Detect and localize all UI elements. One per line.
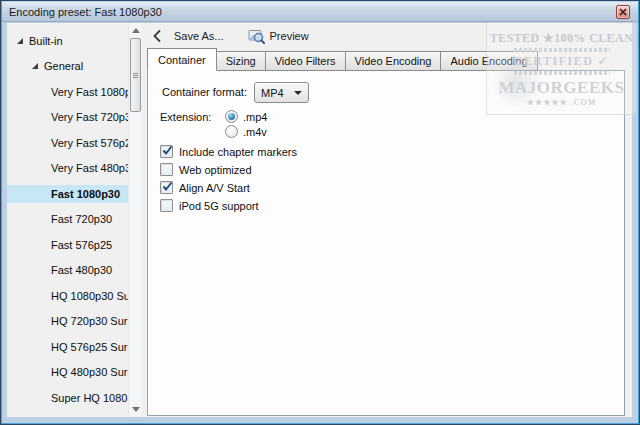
up-triangle-icon [132,28,140,33]
tree-item-fast-576p25[interactable]: Fast 576p25 [7,232,128,258]
container-format-label: Container format: [162,86,247,98]
tree-item-built-in[interactable]: Built-in [7,28,128,54]
checkbox-include-chapter-markers[interactable] [160,145,173,158]
toolbar: Save As... Preview [141,23,632,49]
tab-video-encoding[interactable]: Video Encoding [345,51,442,71]
checkbox-align-av-start-label[interactable]: Align A/V Start [179,182,250,194]
tab-audio-encoding[interactable]: Audio Encoding [440,51,537,71]
container-tab-panel: Container format: MP4 Extension: .mp4 .m… [147,70,625,416]
down-triangle-icon [132,407,140,412]
tree-item-label: Fast 1080p30 [51,188,120,200]
preview-button-label: Preview [270,30,309,42]
check-icon [161,180,174,193]
thumb-grip-icon [133,75,138,76]
tree-item-very-fast-576p25[interactable]: Very Fast 576p25 [7,130,128,156]
radio-m4v[interactable] [225,125,238,138]
tree-item-very-fast-720p30[interactable]: Very Fast 720p30 [7,105,128,131]
radio-mp4[interactable] [225,110,238,123]
radio-m4v-label[interactable]: .m4v [243,126,267,138]
tree-item-label: Fast 576p25 [51,239,112,251]
tree-item-very-fast-1080p30[interactable]: Very Fast 1080p3 [7,79,128,105]
tree-item-label: Very Fast 720p30 [51,111,128,123]
tree-item-label: HQ 720p30 Surro [51,315,128,327]
tree-item-label: Built-in [29,35,63,47]
tree-item-label: HQ 576p25 Surro [51,341,128,353]
tree-item-label: Very Fast 480p30 [51,162,128,174]
expander-open-icon[interactable] [17,38,23,44]
tree-item-label: Fast 480p30 [51,264,112,276]
tree-item-label: General [44,60,83,72]
checkbox-web-optimized-label[interactable]: Web optimized [179,164,252,176]
back-button[interactable] [149,27,165,45]
radio-mp4-label[interactable]: .mp4 [243,111,267,123]
preset-tree-sidebar: Built-in General Very Fast 1080p3 Very F… [7,23,141,417]
preset-tree: Built-in General Very Fast 1080p3 Very F… [7,23,128,417]
tab-sizing[interactable]: Sizing [216,51,266,71]
checkbox-web-optimized[interactable] [160,163,173,176]
tree-item-label: Fast 720p30 [51,213,112,225]
tree-item-hq-480p30-surround[interactable]: HQ 480p30 Surro [7,360,128,386]
tree-item-super-hq-1080p30[interactable]: Super HQ 1080p3 [7,385,128,411]
chevron-left-icon [152,29,162,43]
sidebar-scrollbar[interactable] [128,23,141,417]
magnifier-over-image-icon [248,28,265,44]
tree-item-general[interactable]: General [7,54,128,80]
tree-item-fast-1080p30-selected[interactable]: Fast 1080p30 [7,181,128,207]
window-title: Encoding preset: Fast 1080p30 [2,6,162,18]
tree-item-hq-1080p30-surround[interactable]: HQ 1080p30 Surr [7,283,128,309]
titlebar[interactable]: Encoding preset: Fast 1080p30 [2,2,638,22]
tree-item-fast-480p30[interactable]: Fast 480p30 [7,258,128,284]
tree-item-label: Super HQ 1080p3 [51,392,128,404]
checkbox-ipod-5g-support[interactable] [160,199,173,212]
container-format-value: MP4 [261,87,284,99]
save-as-button[interactable]: Save As... [169,27,229,45]
tree-item-label: HQ 480p30 Surro [51,366,128,378]
preview-button[interactable]: Preview [243,25,314,47]
tree-item-fast-720p30[interactable]: Fast 720p30 [7,207,128,233]
tree-item-label: HQ 1080p30 Surr [51,290,128,302]
combo-caret-icon [294,91,302,95]
tree-item-very-fast-480p30[interactable]: Very Fast 480p30 [7,156,128,182]
encoding-preset-window: Encoding preset: Fast 1080p30 Built-in G… [0,0,640,425]
tree-item-label: Very Fast 576p25 [51,137,128,149]
extension-label: Extension: [160,111,211,123]
checkbox-include-chapter-markers-label[interactable]: Include chapter markers [179,146,297,158]
close-button[interactable] [616,5,630,19]
window-body: Built-in General Very Fast 1080p3 Very F… [7,23,632,417]
tab-video-filters[interactable]: Video Filters [265,51,346,71]
container-format-select[interactable]: MP4 [254,82,309,103]
checkbox-align-av-start[interactable] [160,181,173,194]
tree-item-hq-576p25-surround[interactable]: HQ 576p25 Surro [7,334,128,360]
main-area: Save As... Preview Container Sizing Vide… [141,23,632,417]
x-icon [619,8,627,16]
checkbox-ipod-5g-support-label[interactable]: iPod 5G support [179,200,259,212]
tab-strip: Container Sizing Video Filters Video Enc… [147,49,632,71]
expander-open-icon[interactable] [32,63,38,69]
tree-item-hq-720p30-surround[interactable]: HQ 720p30 Surro [7,309,128,335]
scrollbar-thumb[interactable] [130,38,141,112]
tab-container[interactable]: Container [147,48,217,71]
tree-item-label: Very Fast 1080p3 [51,86,128,98]
check-icon [161,144,174,157]
